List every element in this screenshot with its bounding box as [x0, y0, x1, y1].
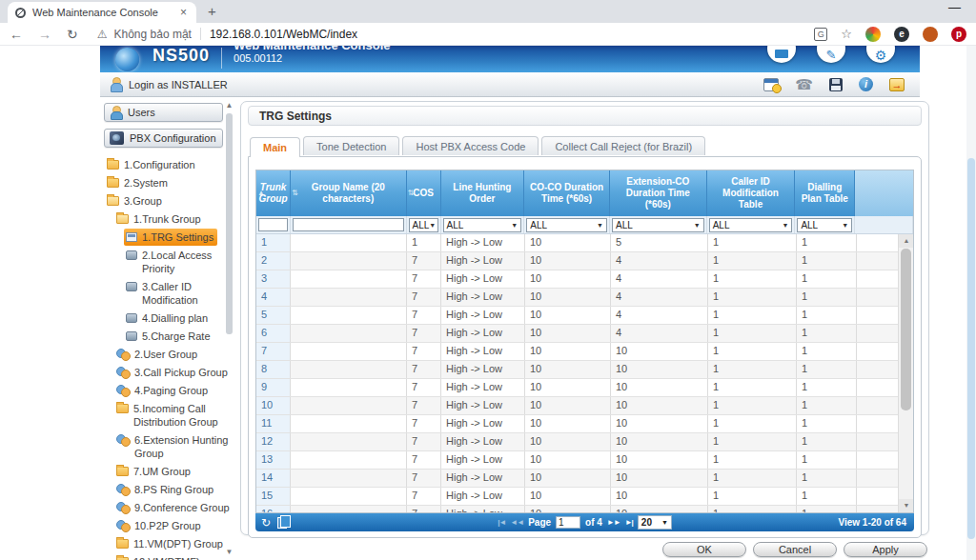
table-cell[interactable]: 10 — [611, 506, 708, 512]
table-cell[interactable]: 10 — [611, 415, 708, 432]
table-cell[interactable]: 10 — [525, 270, 611, 288]
table-cell[interactable]: 10 — [256, 397, 291, 414]
table-row[interactable]: 157High -> Low101011 — [256, 488, 913, 506]
pinwheel-extension-icon[interactable] — [865, 27, 881, 42]
table-cell[interactable]: 9 — [256, 379, 291, 396]
table-cell[interactable]: 1 — [797, 289, 857, 306]
sidebar-item-2-local-access-priority[interactable]: 2.Local Access Priority — [100, 247, 236, 277]
filter-select[interactable]: ALL▼ — [526, 218, 607, 232]
table-cell[interactable]: 1 — [797, 234, 857, 251]
table-cell[interactable]: 5 — [256, 307, 291, 324]
table-cell[interactable]: High -> Low — [441, 234, 525, 251]
sidebar-item-11-vm-dpt-group[interactable]: 11.VM(DPT) Group — [100, 535, 236, 552]
table-cell[interactable]: 7 — [407, 506, 441, 512]
table-cell[interactable]: 2 — [256, 252, 291, 270]
reload-icon[interactable]: ↻ — [67, 27, 78, 42]
table-cell[interactable] — [291, 289, 407, 306]
table-cell[interactable]: 1 — [797, 325, 857, 342]
table-cell[interactable]: 4 — [611, 270, 708, 288]
column-header-trunk-group[interactable]: ▲Trunk Group — [256, 170, 291, 216]
table-cell[interactable]: 10 — [525, 488, 611, 505]
e-extension-icon[interactable]: e — [894, 27, 909, 42]
monitor-icon[interactable] — [767, 46, 796, 63]
table-row[interactable]: 97High -> Low101011 — [256, 379, 913, 397]
pinterest-extension-icon[interactable]: p — [951, 27, 966, 42]
scroll-down-icon[interactable]: ▼ — [899, 499, 913, 512]
table-cell[interactable]: High -> Low — [441, 470, 525, 487]
sidebar-item-12-vm-dtmf-group[interactable]: 12.VM(DTMF) Group — [100, 553, 236, 560]
table-cell[interactable]: High -> Low — [441, 397, 525, 414]
tab-main[interactable]: Main — [250, 137, 300, 157]
table-cell[interactable]: 10 — [611, 397, 708, 414]
ok-button[interactable]: OK — [662, 542, 746, 557]
table-cell[interactable]: 1 — [797, 470, 857, 487]
table-cell[interactable]: 4 — [611, 289, 708, 306]
table-cell[interactable]: 4 — [611, 252, 708, 270]
table-scrollbar[interactable]: ▲ ▼ — [898, 234, 913, 512]
table-row[interactable]: 11High -> Low10511 — [256, 234, 913, 252]
table-cell[interactable]: 7 — [407, 433, 441, 450]
prev-page-icon[interactable]: ◄◄ — [510, 518, 523, 527]
table-cell[interactable]: 10 — [525, 470, 611, 487]
table-cell[interactable]: 1 — [708, 307, 797, 324]
filter-input[interactable] — [293, 218, 404, 231]
table-cell[interactable]: 10 — [525, 397, 611, 414]
last-page-icon[interactable]: ►| — [625, 518, 633, 527]
pencil-icon[interactable]: ✎ — [817, 46, 845, 63]
table-cell[interactable]: 1 — [256, 234, 291, 251]
table-cell[interactable]: 1 — [708, 325, 797, 342]
sidebar-scrollbar[interactable]: ▲ ▼ — [224, 101, 234, 556]
table-cell[interactable]: 12 — [256, 433, 291, 450]
table-cell[interactable]: 10 — [525, 379, 611, 396]
filter-select[interactable]: ALL▼ — [709, 218, 793, 232]
column-header-cos[interactable]: ⇅COS — [407, 170, 441, 216]
table-cell[interactable]: 7 — [407, 361, 441, 378]
table-cell[interactable]: 1 — [708, 343, 797, 360]
table-cell[interactable]: 4 — [611, 325, 708, 342]
filter-select[interactable]: ALL▼ — [797, 218, 852, 232]
table-row[interactable]: 117High -> Low101011 — [256, 415, 913, 433]
translate-icon[interactable]: G — [814, 28, 827, 41]
table-cell[interactable]: 10 — [525, 433, 611, 450]
column-header-group-name-20-characters[interactable]: ⇅Group Name (20 characters) — [291, 170, 407, 216]
sidebar-item-1-trunk-group[interactable]: 1.Trunk Group — [100, 210, 236, 228]
table-cell[interactable]: 1 — [708, 506, 797, 512]
table-cell[interactable]: 1 — [708, 252, 797, 270]
table-cell[interactable] — [291, 415, 407, 432]
table-cell[interactable]: High -> Low — [441, 270, 525, 288]
table-cell[interactable]: 1 — [708, 415, 797, 432]
sidebar-item-1-trg-settings[interactable]: 1.TRG Settings — [100, 229, 236, 246]
table-row[interactable]: 47High -> Low10411 — [256, 289, 913, 307]
table-cell[interactable]: 14 — [256, 470, 291, 487]
table-cell[interactable]: 16 — [256, 506, 291, 512]
table-cell[interactable]: 10 — [525, 234, 611, 251]
table-row[interactable]: 167High -> Low101011 — [256, 506, 913, 512]
table-cell[interactable]: 7 — [407, 470, 441, 487]
table-cell[interactable]: High -> Low — [441, 379, 525, 396]
table-cell[interactable] — [291, 488, 407, 505]
sidebar-item-9-conference-group[interactable]: 9.Conference Group — [100, 499, 236, 516]
scroll-down-icon[interactable]: ▼ — [224, 548, 234, 556]
table-cell[interactable] — [291, 307, 407, 324]
table-cell[interactable]: 7 — [407, 451, 441, 469]
browser-tab[interactable]: Web Maintenance Console × — [8, 2, 196, 23]
new-tab-button[interactable]: + — [208, 3, 216, 19]
logout-icon[interactable]: → — [889, 78, 905, 91]
table-cell[interactable]: 1 — [797, 433, 857, 450]
column-header-co-co-duration-time-60s[interactable]: CO-CO Duration Time (*60s) — [524, 170, 610, 216]
table-cell[interactable]: 1 — [797, 506, 857, 512]
scroll-up-icon[interactable]: ▲ — [224, 101, 234, 110]
sidebar-item-8-ps-ring-group[interactable]: 8.PS Ring Group — [100, 481, 236, 498]
table-cell[interactable] — [291, 397, 407, 414]
table-cell[interactable]: 1 — [708, 270, 797, 288]
table-cell[interactable]: 7 — [407, 289, 441, 306]
window-minimize-button[interactable]: — — [948, 0, 961, 14]
table-cell[interactable]: 1 — [708, 361, 797, 378]
table-cell[interactable]: 4 — [256, 289, 291, 306]
sidebar-section-users[interactable]: Users — [104, 103, 223, 122]
sidebar-item-4-paging-group[interactable]: 4.Paging Group — [100, 382, 236, 399]
table-cell[interactable]: 7 — [407, 343, 441, 360]
sidebar-item-2-user-group[interactable]: 2.User Group — [100, 346, 236, 363]
sidebar-item-10-p2p-group[interactable]: 10.P2P Group — [100, 517, 236, 534]
column-header-caller-id-modification-table[interactable]: Caller ID Modification Table — [707, 170, 796, 216]
